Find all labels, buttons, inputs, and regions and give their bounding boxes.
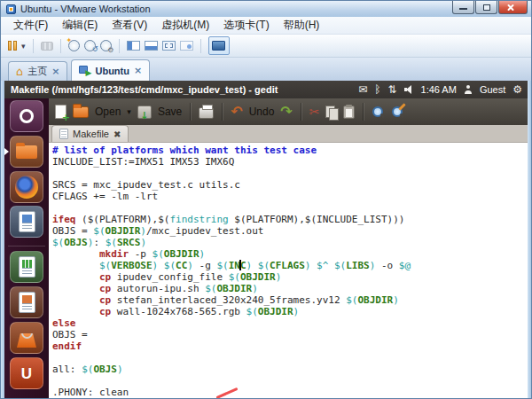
code-line: else — [52, 317, 528, 329]
restore-button[interactable] — [475, 1, 497, 14]
user-indicator-icon[interactable] — [464, 85, 473, 94]
menu-item[interactable]: 选项卡(T) — [216, 16, 276, 35]
code-line: cp stefan_interlaced_320x240_5frames.yv1… — [52, 294, 528, 306]
open-icon[interactable] — [73, 106, 89, 118]
ubuntu-logo-icon — [20, 109, 34, 123]
indicator-area: ✉ ᛒ ⇅ 1:46 AM Guest ⚙ — [358, 84, 528, 95]
firefox-icon — [15, 176, 38, 199]
open-dropdown-icon[interactable]: ▾ — [127, 107, 131, 116]
launcher-item-software-center[interactable] — [10, 322, 43, 354]
window-border-left — [1, 81, 4, 398]
search-replace-icon[interactable] — [391, 106, 404, 119]
session-gear-icon[interactable]: ⚙ — [512, 84, 522, 95]
text-caret — [239, 260, 241, 270]
launcher-item-files[interactable] — [10, 136, 43, 168]
gedit-toolbar: + Open ▾ ↓ Save ↶ Undo ↷ ✂ — [49, 98, 528, 125]
launcher-item-ubuntu-one[interactable]: U — [10, 357, 43, 389]
document-tab[interactable]: Makefile ✖ — [51, 125, 129, 142]
open-button[interactable]: Open — [95, 106, 121, 118]
clock[interactable]: 1:46 AM — [421, 84, 457, 95]
unity-top-panel: Makefile (/mnt/hgfs/123/test/cmd/mxc_ipu… — [4, 81, 528, 98]
vmware-app-icon — [6, 4, 16, 14]
message-indicator-icon[interactable]: ✉ — [358, 84, 367, 95]
tab-home-close-icon[interactable]: × — [51, 66, 59, 77]
minimize-button[interactable] — [452, 1, 474, 14]
folder-icon — [16, 145, 37, 159]
home-icon: ⌂ — [16, 66, 23, 77]
console-view-button[interactable] — [208, 36, 230, 55]
unity-mode-icon[interactable] — [180, 41, 193, 51]
document-tab-label: Makefile — [73, 129, 109, 139]
code-line: mkdir -p $(OBJDIR) — [52, 248, 528, 260]
search-icon[interactable] — [372, 106, 385, 119]
menu-item[interactable]: 查看(V) — [105, 16, 154, 35]
launcher-item-firefox[interactable] — [10, 171, 43, 203]
user-name[interactable]: Guest — [480, 84, 505, 95]
code-line — [52, 352, 528, 364]
window-title: Ubuntu - VMware Workstation — [20, 1, 151, 17]
redo-icon[interactable]: ↷ — [280, 105, 292, 119]
fullscreen-icon[interactable] — [162, 41, 176, 51]
ctrl-alt-del-icon[interactable] — [41, 42, 53, 51]
launcher-item-calc[interactable] — [10, 251, 43, 283]
launcher-item-impress[interactable] — [10, 286, 43, 318]
code-line: cp autorun-ipu.sh $(OBJDIR) — [52, 283, 528, 294]
tab-home[interactable]: ⌂ 主页 × — [8, 61, 67, 81]
code-line: endif — [52, 340, 528, 352]
snapshot-manager-icon[interactable]: ⚙ — [100, 40, 112, 51]
launcher-item-writer[interactable] — [10, 206, 43, 238]
suspend-dropdown-icon[interactable]: ▾ — [21, 42, 26, 51]
ubuntu-one-icon: U — [21, 366, 32, 381]
calc-icon — [19, 256, 35, 278]
window-controls — [451, 1, 528, 14]
network-indicator-icon[interactable]: ⇅ — [387, 84, 396, 95]
save-button[interactable]: Save — [158, 106, 182, 118]
document-icon — [59, 129, 68, 139]
save-icon[interactable]: ↓ — [137, 106, 152, 119]
code-line: SRCS = mxc_ipudev_test.c utils.c — [52, 179, 528, 191]
menu-item[interactable]: 编辑(E) — [55, 16, 105, 35]
vmware-window: Ubuntu - VMware Workstation 文件(F)编辑(E)查看… — [0, 0, 532, 399]
undo-button[interactable]: Undo — [249, 106, 275, 118]
code-line: $(OBJS): $(SRCS) — [52, 237, 528, 248]
menu-item[interactable]: 虚拟机(M) — [154, 16, 216, 35]
code-line: $(VERBOSE) $(CC) -g $(INC) $(CFLAGS) $^ … — [52, 260, 528, 271]
shopping-bag-icon — [17, 333, 36, 348]
show-thumbnail-bar-icon[interactable] — [145, 41, 158, 51]
titlebar: Ubuntu - VMware Workstation — [1, 1, 531, 17]
copy-icon[interactable] — [325, 106, 337, 119]
tab-ubuntu-label: Ubuntu — [95, 66, 129, 76]
code-line: CFLAGS += -lm -lrt — [52, 191, 528, 202]
running-app-arrow-icon — [4, 148, 9, 155]
tab-ubuntu-close-icon[interactable]: × — [134, 65, 142, 76]
suspend-icon[interactable] — [8, 41, 17, 51]
take-snapshot-icon[interactable]: ✦ — [68, 40, 80, 51]
new-document-icon[interactable]: + — [55, 105, 66, 119]
bluetooth-indicator-icon[interactable]: ᛒ — [374, 84, 380, 95]
show-library-icon[interactable] — [127, 41, 140, 51]
minimize-icon — [459, 8, 467, 10]
sound-indicator-icon[interactable] — [404, 85, 414, 94]
tab-ubuntu[interactable]: ▶ Ubuntu × — [71, 59, 150, 81]
code-area[interactable]: # list of platforms which want this test… — [49, 143, 528, 398]
document-tab-close-icon[interactable]: ✖ — [113, 129, 121, 139]
cut-icon[interactable]: ✂ — [309, 106, 320, 118]
code-line — [52, 168, 528, 179]
ubuntu-screen: Makefile (/mnt/hgfs/123/test/cmd/mxc_ipu… — [4, 81, 528, 398]
print-icon[interactable] — [199, 107, 214, 119]
menu-item[interactable]: 帮助(H) — [277, 16, 327, 35]
vm-display: Makefile (/mnt/hgfs/123/test/cmd/mxc_ipu… — [1, 81, 531, 398]
launcher-item-dash[interactable] — [10, 100, 43, 132]
revert-snapshot-icon[interactable]: ↺ — [84, 40, 96, 51]
desktop: U + Open ▾ ↓ Save ↶ Undo — [4, 98, 528, 398]
unity-launcher: U — [4, 98, 49, 398]
code-line: cp ipudev_config_file $(OBJDIR) — [52, 271, 528, 283]
close-button[interactable] — [498, 1, 528, 14]
paste-icon[interactable] — [343, 106, 355, 119]
menu-item[interactable]: 文件(F) — [6, 16, 55, 35]
console-screen-icon — [212, 41, 225, 51]
undo-icon[interactable]: ↶ — [231, 105, 242, 119]
code-line: OBJS = — [52, 329, 528, 340]
impress-icon — [19, 292, 35, 313]
tab-home-label: 主页 — [27, 65, 47, 78]
